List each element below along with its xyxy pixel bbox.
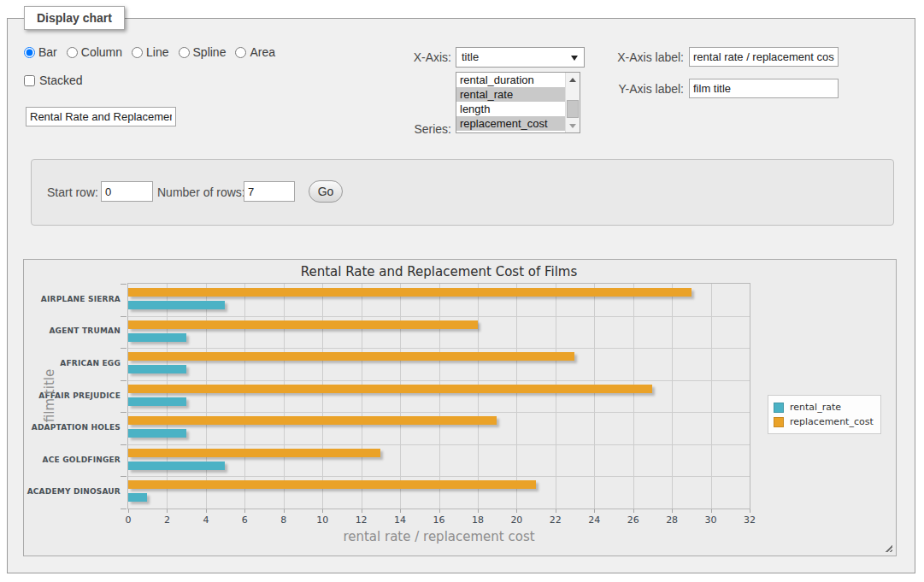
y-tick-mark bbox=[121, 444, 127, 445]
chart-bar-rental_rate bbox=[128, 429, 186, 438]
grid-vline bbox=[594, 284, 595, 509]
chevron-down-icon bbox=[571, 56, 578, 61]
chart-type-option-spline: Spline bbox=[179, 45, 227, 59]
x-axis-label-caption: X-Axis label: bbox=[590, 50, 684, 64]
y-category-label: ADAPTATION HOLES bbox=[24, 423, 121, 432]
x-tick-mark bbox=[206, 509, 207, 513]
x-tick-mark bbox=[362, 509, 362, 513]
grid-hline bbox=[128, 348, 750, 349]
y-category-label: AIRPLANE SIERRA bbox=[24, 295, 121, 303]
start-row-input[interactable] bbox=[101, 181, 153, 202]
chart-bar-replacement_cost bbox=[128, 449, 380, 457]
grid-vline bbox=[439, 284, 440, 509]
grid-vline bbox=[362, 284, 362, 509]
grid-vline bbox=[711, 284, 712, 509]
scrollbar-thumb[interactable] bbox=[567, 100, 579, 118]
chart-plot-area bbox=[127, 283, 750, 509]
chart-type-option-bar: Bar bbox=[24, 45, 57, 59]
x-tick-mark bbox=[672, 509, 673, 513]
y-axis-label-input[interactable] bbox=[689, 79, 839, 98]
x-tick-label: 4 bbox=[193, 514, 219, 526]
grid-vline bbox=[284, 284, 285, 509]
x-tick-label: 0 bbox=[115, 514, 141, 526]
legend-item: rental_rate bbox=[774, 400, 874, 414]
chart-type-radio-column[interactable] bbox=[67, 47, 78, 58]
grid-vline bbox=[244, 284, 245, 509]
chart-type-label: Area bbox=[250, 45, 275, 59]
y-category-label: AFRICAN EGG bbox=[24, 359, 121, 367]
num-rows-label: Number of rows: bbox=[157, 185, 245, 199]
grid-vline bbox=[556, 284, 556, 509]
arrow-up-icon bbox=[569, 78, 576, 82]
chart-type-radio-line[interactable] bbox=[132, 47, 143, 58]
x-tick-mark bbox=[556, 509, 556, 513]
legend-label: rental_rate bbox=[790, 402, 841, 413]
series-option-rental_rate[interactable]: rental_rate bbox=[456, 87, 565, 102]
y-category-label: ACADEMY DINOSAUR bbox=[24, 487, 121, 496]
x-tick-label: 6 bbox=[232, 514, 257, 526]
y-tick-mark bbox=[121, 412, 127, 413]
arrow-down-icon bbox=[569, 124, 576, 128]
chart-bar-rental_rate bbox=[128, 301, 225, 309]
stacked-checkbox[interactable] bbox=[24, 75, 35, 86]
grid-vline bbox=[633, 284, 634, 509]
chart-type-option-line: Line bbox=[132, 45, 168, 59]
series-option-length[interactable]: length bbox=[456, 102, 565, 116]
grid-hline bbox=[128, 476, 750, 477]
x-tick-label: 28 bbox=[659, 514, 685, 526]
chart-type-option-area: Area bbox=[235, 45, 275, 59]
grid-vline bbox=[206, 284, 207, 509]
chart-bar-rental_rate bbox=[128, 493, 147, 502]
x-tick-label: 18 bbox=[465, 514, 491, 526]
resize-grip-icon[interactable] bbox=[885, 544, 892, 552]
y-category-label: AFFAIR PREJUDICE bbox=[24, 391, 121, 400]
x-tick-mark bbox=[439, 509, 440, 513]
x-axis-label-input[interactable] bbox=[689, 47, 839, 67]
x-tick-label: 10 bbox=[309, 514, 335, 526]
x-tick-mark bbox=[400, 509, 401, 513]
grid-hline bbox=[128, 412, 750, 413]
x-tick-label: 20 bbox=[503, 514, 529, 526]
series-scrollbar[interactable] bbox=[565, 73, 580, 132]
scroll-down-button[interactable] bbox=[566, 119, 580, 132]
num-rows-input[interactable] bbox=[244, 181, 295, 202]
chart-legend: rental_ratereplacement_cost bbox=[768, 395, 881, 434]
chart-title: Rental Rate and Replacement Cost of Film… bbox=[127, 264, 750, 279]
x-axis-selected-value: title bbox=[462, 50, 479, 63]
series-multiselect[interactable]: rental_durationrental_ratelengthreplacem… bbox=[456, 72, 580, 133]
y-tick-mark bbox=[121, 509, 127, 509]
series-option-replacement_cost[interactable]: replacement_cost bbox=[456, 116, 565, 131]
x-axis-title: rental rate / replacement cost bbox=[127, 529, 750, 544]
chart-bar-replacement_cost bbox=[128, 320, 478, 329]
x-tick-mark bbox=[128, 509, 129, 513]
page: Display chart Bar Column Line Spline Are… bbox=[0, 0, 924, 582]
chart-bar-replacement_cost bbox=[128, 416, 497, 425]
chart-title-input[interactable] bbox=[26, 107, 176, 126]
y-tick-mark bbox=[121, 476, 127, 477]
go-button[interactable]: Go bbox=[309, 180, 343, 203]
chart-type-label: Spline bbox=[193, 45, 227, 59]
chart-type-radio-area[interactable] bbox=[235, 47, 246, 58]
scroll-up-button[interactable] bbox=[566, 73, 580, 86]
chart-type-label: Bar bbox=[38, 45, 57, 59]
chart-type-label: Column bbox=[81, 45, 122, 59]
x-tick-label: 32 bbox=[737, 514, 762, 526]
series-option-rental_duration[interactable]: rental_duration bbox=[456, 73, 565, 87]
grid-vline bbox=[516, 284, 517, 509]
chart-bar-replacement_cost bbox=[128, 385, 652, 393]
chart-type-radio-bar[interactable] bbox=[24, 47, 35, 58]
x-axis-select-label: X-Axis: bbox=[368, 50, 451, 64]
x-tick-mark bbox=[167, 509, 168, 513]
chart-type-radio-spline[interactable] bbox=[179, 47, 190, 58]
start-row-label: Start row: bbox=[47, 185, 98, 199]
grid-vline bbox=[322, 284, 323, 509]
grid-hline bbox=[128, 444, 750, 445]
x-tick-mark bbox=[750, 509, 750, 513]
grid-hline bbox=[128, 316, 750, 317]
x-tick-label: 26 bbox=[621, 514, 646, 526]
x-tick-mark bbox=[322, 509, 323, 513]
x-tick-mark bbox=[594, 509, 595, 513]
chart-bar-replacement_cost bbox=[128, 288, 692, 297]
x-axis-select[interactable]: title bbox=[456, 47, 585, 68]
chart-bar-replacement_cost bbox=[128, 480, 536, 489]
